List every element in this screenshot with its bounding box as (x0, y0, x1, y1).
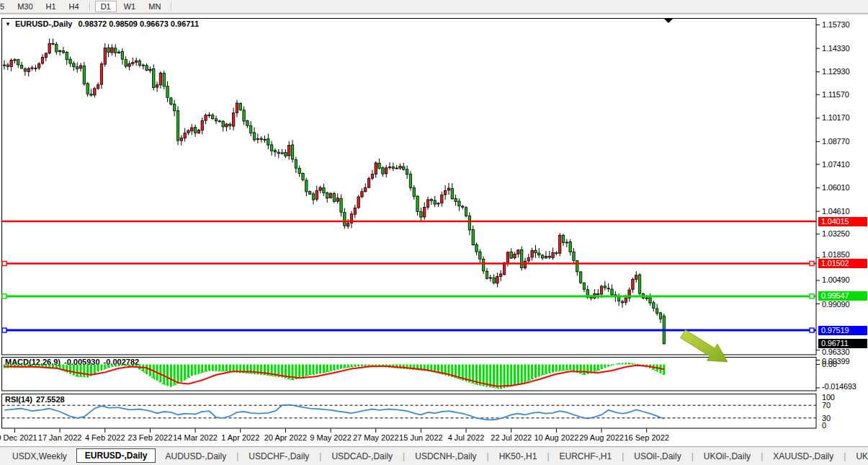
price-line-label-1.01502: 1.01502 (818, 259, 867, 268)
price-tick-1.04610: 1.04610 (822, 207, 849, 216)
rsi-value: 27.5528 (36, 395, 65, 404)
rsi-label: RSI(14)27.5528 (5, 395, 68, 404)
tab-usoil-daily[interactable]: USOil-,Daily (625, 450, 690, 463)
tab-ukoil-daily[interactable]: UKOil-,Daily (694, 450, 760, 463)
chart-ohlc-values: 0.98372 0.98509 0.96673 0.96711 (78, 19, 199, 28)
tab-audusd-daily[interactable]: AUDUSD-,Daily (156, 450, 236, 463)
tab-eurusd-daily[interactable]: EURUSD-,Daily (76, 448, 156, 463)
timeframe-button-d1[interactable]: D1 (95, 1, 117, 12)
chart-background (0, 15, 868, 446)
timeframe-toolbar: 5M30H1H4D1W1MN (0, 0, 868, 13)
price-tick-1.15730: 1.15730 (822, 20, 849, 30)
tab-usdx-weekly[interactable]: USDX,Weekly (3, 450, 76, 463)
timeframe-button-mn[interactable]: MN (143, 1, 166, 12)
tab-eurchf-h1[interactable]: EURCHF-,H1 (550, 450, 622, 463)
rsi-axis-70: 70 (822, 401, 831, 410)
rsi-name: RSI(14) (5, 395, 32, 404)
macd-label: MACD(12,26,9)-0.005930-0.002782 (5, 358, 143, 366)
timeframe-button-h1[interactable]: H1 (40, 1, 62, 12)
price-line-label-0.97519: 0.97519 (818, 326, 867, 335)
macd-axis-0.00: 0.00 (822, 360, 837, 369)
timeframe-button-h4[interactable]: H4 (63, 1, 85, 12)
expand-arrow-icon[interactable]: ▼ (5, 21, 11, 27)
macd-axis--0.014693: -0.014693 (822, 382, 856, 391)
price-tick-1.14330: 1.14330 (822, 44, 849, 53)
price-tick-1.11570: 1.11570 (822, 90, 849, 99)
date-label: 16 Sep 2022 (614, 433, 679, 442)
tab-usdchf-daily[interactable]: USDCHF-,Daily (239, 450, 318, 463)
timeframe-button-5[interactable]: 5 (0, 1, 10, 12)
price-tick-1.00490: 1.00490 (822, 275, 849, 285)
tab-xauusd-daily[interactable]: XAUUSD-,Daily (764, 450, 843, 463)
price-tick-0.99090: 0.99090 (822, 300, 849, 309)
tab-ukoil-da[interactable]: UKOil-,Da (846, 450, 868, 463)
current-price-label: 0.96711 (818, 339, 867, 348)
date-axis: 29 Dec 202117 Jan 20224 Feb 202223 Feb 2… (0, 432, 868, 445)
symbol-tabbar: USDX,WeeklyEURUSD-,DailyAUDUSD-,Daily|US… (0, 448, 868, 465)
toolbar-separator (171, 2, 172, 11)
price-tick-0.96330: 0.96330 (822, 347, 849, 357)
toolbar-divider (0, 13, 868, 16)
price-tick-1.07410: 1.07410 (822, 160, 849, 169)
chart-symbol-label: EURUSD-,Daily (15, 19, 72, 28)
toolbar-separator (89, 2, 91, 11)
price-tick-1.06010: 1.06010 (822, 183, 849, 192)
timeframe-button-m30[interactable]: M30 (12, 1, 38, 12)
macd-main-value: -0.005930 (64, 358, 100, 366)
price-tick-1.10170: 1.10170 (822, 113, 849, 123)
rsi-axis-0: 0 (822, 421, 826, 430)
mt4-window: 5M30H1H4D1W1MN ▼ EURUSD-,Daily 0.98372 0… (0, 0, 868, 465)
tab-usdcnh-daily[interactable]: USDCNH-,Daily (406, 450, 486, 463)
macd-signal-value: -0.002782 (104, 358, 140, 366)
price-line-label-0.99547: 0.99547 (818, 291, 867, 301)
price-tick-1.12930: 1.12930 (822, 67, 849, 76)
timeframe-button-w1[interactable]: W1 (118, 1, 142, 12)
macd-name: MACD(12,26,9) (5, 358, 61, 366)
price-tick-1.08770: 1.08770 (822, 137, 849, 146)
price-line-label-1.04015: 1.04015 (818, 217, 867, 226)
price-tick-1.03250: 1.03250 (822, 229, 849, 239)
tab-hk50-h1[interactable]: HK50-,H1 (490, 450, 547, 463)
chart-title: ▼ EURUSD-,Daily 0.98372 0.98509 0.96673 … (5, 19, 199, 28)
price-axis: 1.157301.143301.129301.115701.101701.087… (817, 0, 868, 447)
tab-usdcad-daily[interactable]: USDCAD-,Daily (322, 450, 402, 463)
